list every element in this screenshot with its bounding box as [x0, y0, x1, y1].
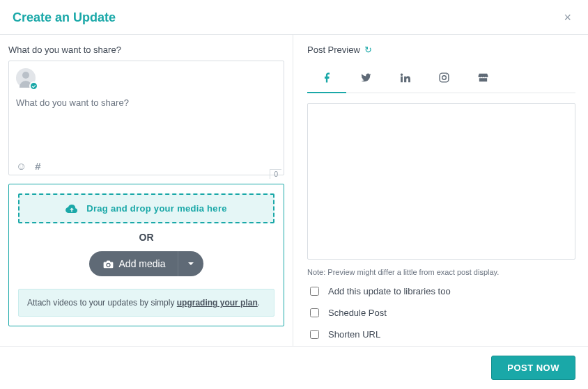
checkbox-schedule-post[interactable] [310, 308, 319, 317]
option-shorten-url-label: Shorten URL [328, 329, 380, 340]
modal-footer: POST NOW [0, 346, 588, 389]
tab-gmb[interactable] [463, 66, 502, 93]
svg-point-1 [442, 76, 446, 80]
tab-facebook[interactable] [307, 66, 346, 93]
add-media-dropdown[interactable] [178, 251, 203, 276]
preview-heading: Post Preview ↻ [307, 45, 575, 55]
upgrade-plan-link[interactable]: upgrading your plan [177, 298, 258, 308]
tab-instagram[interactable] [424, 66, 463, 93]
option-schedule-post-label: Schedule Post [328, 308, 387, 318]
avatar-row [16, 68, 277, 89]
checkbox-add-to-libraries[interactable] [310, 287, 319, 296]
option-schedule-post[interactable]: Schedule Post [307, 306, 575, 319]
camera-icon [103, 260, 114, 269]
char-count: 0 [270, 169, 281, 179]
preview-canvas [307, 103, 575, 260]
emoji-icon[interactable]: ☺ [16, 160, 26, 172]
tab-linkedin[interactable] [385, 66, 424, 93]
preview-note: Note: Preview might differ a little from… [307, 268, 575, 276]
linkedin-icon [399, 72, 411, 84]
twitter-icon [360, 72, 372, 84]
account-avatar[interactable] [16, 68, 37, 89]
modal-header: Create an Update × [0, 0, 588, 35]
create-update-modal: Create an Update × What do you want to s… [0, 0, 588, 389]
upgrade-note-prefix: Attach videos to your updates by simply [27, 298, 177, 308]
upgrade-note: Attach videos to your updates by simply … [18, 289, 274, 317]
instagram-icon [438, 72, 450, 84]
chevron-down-icon [188, 262, 194, 265]
hashtag-icon[interactable]: # [35, 160, 40, 172]
close-button[interactable]: × [559, 10, 575, 26]
composer-pane: What do you want to share? ☺ # 0 [0, 35, 293, 346]
update-textarea[interactable] [16, 95, 277, 160]
or-divider: OR [18, 232, 274, 243]
upgrade-note-suffix: . [258, 298, 260, 308]
tab-twitter[interactable] [346, 66, 385, 93]
media-box: Drag and drop your media here OR Add med… [8, 184, 284, 326]
drop-zone-label: Drag and drop your media here [86, 203, 227, 214]
storefront-icon [477, 72, 489, 84]
preview-tabs [307, 66, 575, 93]
option-add-to-libraries-label: Add this update to libraries too [328, 286, 451, 296]
media-drop-zone[interactable]: Drag and drop your media here [18, 193, 274, 223]
option-add-to-libraries[interactable]: Add this update to libraries too [307, 285, 575, 298]
close-icon: × [564, 10, 571, 24]
checkbox-shorten-url[interactable] [310, 330, 319, 339]
svg-point-2 [446, 74, 447, 75]
cloud-upload-icon [65, 204, 78, 214]
option-shorten-url[interactable]: Shorten URL [307, 328, 575, 341]
add-media-button[interactable]: Add media [89, 251, 204, 276]
post-now-button[interactable]: POST NOW [491, 356, 575, 380]
check-badge-icon [29, 81, 38, 90]
refresh-icon[interactable]: ↻ [364, 45, 372, 55]
modal-body: What do you want to share? ☺ # 0 [0, 35, 588, 346]
preview-pane: Post Preview ↻ [293, 35, 588, 346]
preview-label-text: Post Preview [307, 45, 360, 55]
composer-prompt: What do you want to share? [8, 45, 284, 55]
add-media-label: Add media [119, 258, 166, 269]
modal-title: Create an Update [13, 10, 116, 25]
composer-toolbar: ☺ # 0 [16, 160, 277, 172]
facebook-icon [321, 72, 333, 84]
svg-rect-0 [440, 73, 449, 82]
composer-box: ☺ # 0 [8, 61, 284, 175]
